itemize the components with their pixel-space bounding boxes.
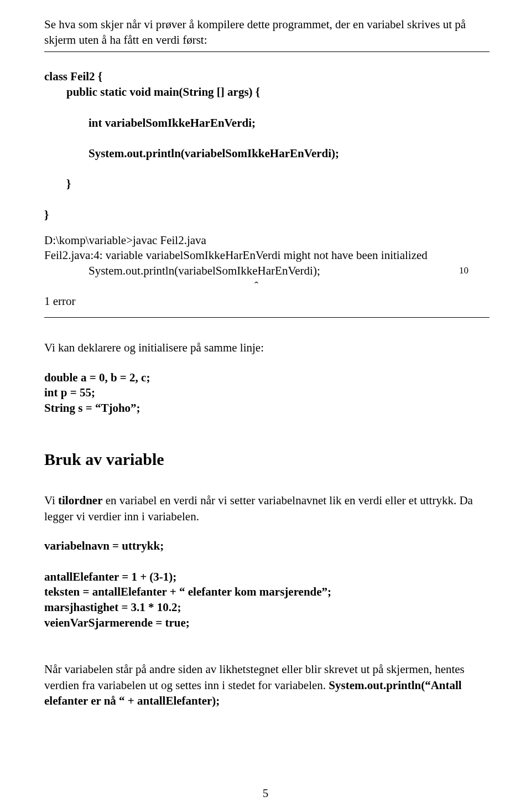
assign-keyword: tilordner — [58, 494, 102, 507]
compile-line: 1 error — [44, 294, 490, 309]
compile-caret: ˆ — [88, 279, 490, 294]
example-line: marsjhastighet = 3.1 * 10.2; — [44, 600, 490, 616]
compile-line: System.out.println(variabelSomIkkeHarEnV… — [88, 263, 490, 279]
page-number: 5 — [0, 785, 531, 801]
section-heading: Bruk av variable — [44, 448, 490, 471]
decl-line: String s = “Tjoho”; — [44, 401, 490, 416]
assign-paragraph: Vi tilordner en variabel en verdi når vi… — [44, 493, 490, 524]
code-line: } — [44, 208, 49, 221]
code-line: class Feil2 { — [44, 70, 102, 83]
assign-text: Vi — [44, 494, 58, 507]
assign-syntax: variabelnavn = uttrykk; — [44, 539, 490, 554]
decl-line: double a = 0, b = 2, c; — [44, 370, 490, 386]
example-block: antallElefanter = 1 + (3-1); teksten = a… — [44, 570, 490, 631]
decl-init-block: double a = 0, b = 2, c; int p = 55; Stri… — [44, 370, 490, 416]
rule-top — [44, 51, 490, 52]
code-line: public static void main(String [] args) … — [44, 85, 490, 100]
compile-line: Feil2.java:4: variable variabelSomIkkeHa… — [44, 248, 490, 263]
line-number-margin: 10 — [459, 265, 468, 277]
intro-paragraph: Se hva som skjer når vi prøver å kompile… — [44, 17, 490, 48]
compiler-output: D:\komp\variable>javac Feil2.java Feil2.… — [44, 233, 490, 310]
code-line: int variabelSomIkkeHarEnVerdi; — [44, 116, 490, 131]
code-listing: class Feil2 { public static void main(St… — [44, 54, 490, 223]
example-line: teksten = antallElefanter + “ elefanter … — [44, 585, 490, 600]
final-paragraph: Når variabelen står på andre siden av li… — [44, 661, 490, 708]
decl-line: int p = 55; — [44, 385, 490, 401]
rule-bottom — [44, 317, 490, 318]
code-line: System.out.println(variabelSomIkkeHarEnV… — [44, 146, 490, 162]
example-line: antallElefanter = 1 + (3-1); — [44, 570, 490, 585]
example-line: veienVarSjarmerende = true; — [44, 616, 490, 631]
compile-line: D:\komp\variable>javac Feil2.java — [44, 233, 490, 249]
decl-init-paragraph: Vi kan deklarere og initialisere på samm… — [44, 340, 490, 355]
code-line: } — [44, 177, 490, 192]
assign-text: en variabel en verdi når vi setter varia… — [44, 494, 473, 523]
